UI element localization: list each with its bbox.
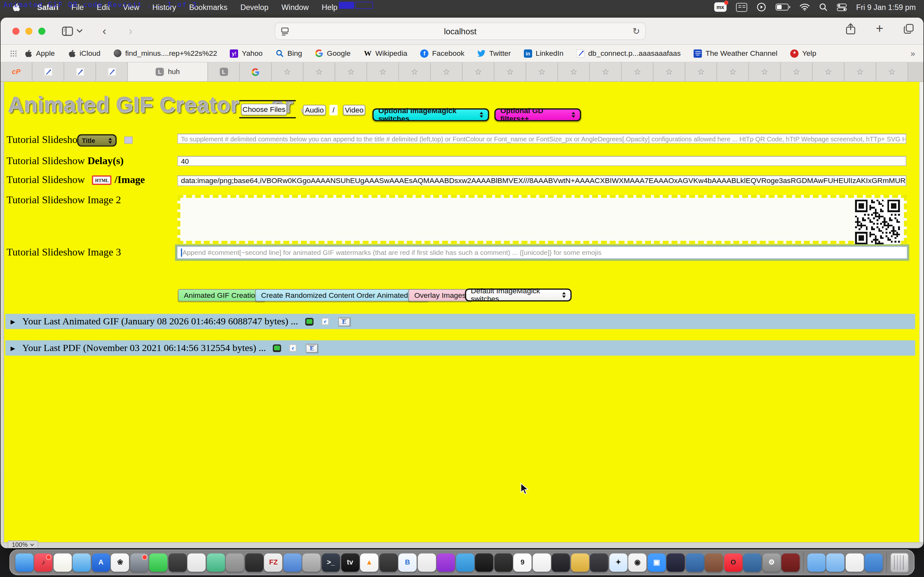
disclosure-triangle-icon[interactable]: ▶ bbox=[11, 318, 15, 325]
image2-dropzone[interactable] bbox=[178, 195, 907, 243]
mobile-preview-icon[interactable] bbox=[305, 318, 313, 326]
bookmark-icloud[interactable]: iCloud bbox=[68, 49, 100, 57]
dock-app-safari[interactable]: ✦ bbox=[609, 550, 628, 575]
image3-comment-input[interactable]: Append #comment[~second line] for animat… bbox=[177, 246, 908, 259]
dock-app-vlc[interactable]: ▲ bbox=[360, 550, 379, 575]
dock-app-dark-app-2[interactable] bbox=[379, 550, 398, 575]
bookmark-google[interactable]: Google bbox=[315, 49, 351, 57]
page-scrollbar[interactable] bbox=[919, 82, 923, 542]
battery-icon[interactable] bbox=[775, 3, 790, 11]
animated-gif-creation-button[interactable]: Animated GIF Creation bbox=[178, 289, 265, 301]
empty-tab[interactable]: ☆ bbox=[622, 63, 654, 81]
empty-tab[interactable]: ☆ bbox=[876, 63, 908, 81]
empty-tab[interactable]: ☆ bbox=[526, 63, 558, 81]
dock-app-mail[interactable] bbox=[72, 550, 91, 575]
menu-develop[interactable]: Develop bbox=[234, 3, 275, 11]
dock-app-globe-dark-app[interactable] bbox=[666, 550, 685, 575]
randomized-gif-button[interactable]: Create Randomized Content Order Animated… bbox=[255, 289, 428, 301]
empty-tab[interactable]: ☆ bbox=[781, 63, 813, 81]
spotlight-search-icon[interactable] bbox=[819, 3, 827, 11]
dock-app-iterm[interactable]: >_ bbox=[321, 550, 341, 575]
bookmark-find-minus-rep-22s-22[interactable]: find_minus....rep+%22s%22 bbox=[113, 49, 217, 57]
minimize-window-button[interactable] bbox=[25, 27, 32, 34]
bookmark-wikipedia[interactable]: WWikipedia bbox=[363, 49, 407, 57]
bookmarks-grid-icon[interactable] bbox=[10, 50, 17, 57]
dock-app-calendar[interactable]: 9 bbox=[513, 550, 532, 575]
email-envelope-icon[interactable]: E bbox=[306, 343, 318, 353]
dock-app-blue-dot-app[interactable] bbox=[864, 550, 884, 575]
title-mode-select[interactable]: Title bbox=[78, 134, 117, 147]
share-icon[interactable] bbox=[846, 23, 856, 35]
dock-app-telegram[interactable] bbox=[456, 550, 475, 575]
empty-tab[interactable]: ☆ bbox=[494, 63, 526, 81]
email-envelope-icon[interactable]: E bbox=[338, 317, 350, 326]
dock-trash[interactable] bbox=[890, 550, 909, 575]
imagemagick-switches-select[interactable]: Optional ImageMagick switches ... bbox=[373, 108, 489, 121]
empty-tab[interactable]: ☆ bbox=[813, 63, 845, 81]
empty-tab[interactable]: ☆ bbox=[685, 63, 717, 81]
dock-app-app-store[interactable]: A bbox=[91, 550, 111, 575]
address-bar[interactable]: localhost ↻ bbox=[275, 23, 646, 40]
empty-tab[interactable]: ☆ bbox=[558, 63, 590, 81]
keyboard-icon[interactable] bbox=[736, 3, 747, 11]
dock-app-dark-app[interactable] bbox=[245, 550, 264, 575]
disclosure-triangle-icon[interactable]: ▶ bbox=[11, 345, 15, 351]
audio-button[interactable]: Audio bbox=[303, 105, 326, 115]
tab-pencil[interactable] bbox=[96, 63, 128, 81]
dock-app-dark-red-app[interactable] bbox=[781, 550, 800, 575]
dock-app-gimp[interactable] bbox=[704, 550, 724, 575]
dock-app-dark-app-3[interactable] bbox=[494, 550, 513, 575]
last-pdf-summary[interactable]: ▶ Your Last PDF (November 03 2021 06:14:… bbox=[5, 340, 915, 356]
dock-app-blue-app[interactable] bbox=[283, 550, 302, 575]
dock-app-dark-app-4[interactable] bbox=[551, 550, 570, 575]
browser-e-icon[interactable]: e bbox=[321, 318, 328, 325]
bookmark-yelp[interactable]: *Yelp bbox=[790, 49, 817, 57]
menu-window[interactable]: Window bbox=[275, 3, 315, 11]
dock-app-white-app-3[interactable] bbox=[532, 550, 551, 575]
dock-app-maps[interactable] bbox=[206, 550, 226, 575]
bookmark-twitter[interactable]: Twitter bbox=[477, 49, 511, 57]
dock-app-bluefish[interactable]: B bbox=[398, 550, 417, 575]
new-tab-button[interactable]: + bbox=[871, 23, 888, 35]
dock-app-gray-app[interactable] bbox=[226, 550, 245, 575]
empty-tab[interactable]: ☆ bbox=[463, 63, 494, 81]
bookmark-linkedin[interactable]: inLinkedIn bbox=[524, 49, 564, 57]
dock-app-gold-app[interactable] bbox=[570, 550, 590, 575]
play-icon[interactable] bbox=[756, 2, 766, 11]
overlay-images-button[interactable]: Overlay Images bbox=[409, 289, 472, 301]
dock-app-tv[interactable]: tv bbox=[341, 550, 360, 575]
dock-app-python[interactable] bbox=[743, 550, 762, 575]
zoom-window-button[interactable] bbox=[38, 27, 45, 34]
wifi-icon[interactable] bbox=[800, 3, 809, 11]
dock-app-documents-folder[interactable] bbox=[826, 550, 845, 575]
bookmark-the-weather-channel[interactable]: The Weather Channel bbox=[694, 49, 777, 57]
empty-tab[interactable]: ☆ bbox=[399, 63, 431, 81]
bookmark-apple[interactable]: Apple bbox=[24, 49, 55, 57]
page-zoom-widget[interactable]: 100% bbox=[8, 540, 38, 548]
tab-cpanel[interactable]: cP bbox=[1, 63, 32, 81]
tab-overview-icon[interactable] bbox=[903, 23, 914, 34]
dock-app-opera[interactable]: O bbox=[724, 550, 743, 575]
empty-tab[interactable]: ☆ bbox=[304, 63, 335, 81]
menu-clock[interactable]: Fri 9 Jan 1:59 pm bbox=[856, 3, 916, 11]
image-data-url-input[interactable]: data:image/png;base64,iVBORw0KGgoAAAANSU… bbox=[178, 175, 906, 186]
tab-pencil[interactable] bbox=[32, 63, 64, 81]
dock-app-finder[interactable] bbox=[15, 550, 34, 575]
dock-app-launchpad[interactable] bbox=[129, 550, 149, 575]
dock-app-music[interactable]: ♪ bbox=[34, 550, 53, 575]
title-checkbox[interactable] bbox=[124, 137, 133, 143]
title-config-input[interactable]: To supplement # delimited comments below… bbox=[178, 134, 906, 143]
dock-app-notes[interactable] bbox=[53, 550, 72, 575]
tab-pencil[interactable] bbox=[64, 63, 96, 81]
dock-app-earth-app[interactable] bbox=[685, 550, 704, 575]
empty-tab[interactable]: ☆ bbox=[749, 63, 780, 81]
dock-app-downloads-folder[interactable] bbox=[807, 550, 826, 575]
empty-tab[interactable]: ☆ bbox=[431, 63, 463, 81]
dock-app-white-app[interactable] bbox=[187, 550, 206, 575]
input-source-icon[interactable]: mx bbox=[714, 2, 727, 11]
empty-tab[interactable]: ☆ bbox=[272, 63, 304, 81]
last-animated-gif-summary[interactable]: ▶ Your Last Animated GIF (January 08 202… bbox=[5, 314, 915, 329]
dock-app-filezilla[interactable]: FZ bbox=[264, 550, 283, 575]
forward-button[interactable]: › bbox=[124, 25, 137, 37]
sidebar-icon[interactable] bbox=[62, 26, 73, 35]
